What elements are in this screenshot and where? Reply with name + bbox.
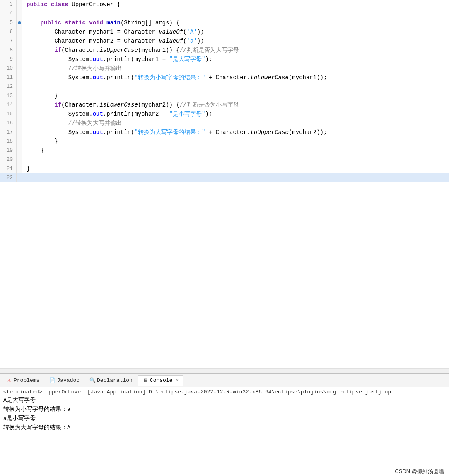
code-text[interactable]: } bbox=[22, 146, 449, 155]
console-output-line: A是大写字母 bbox=[3, 396, 446, 405]
console-footer: CSDN @抓到汤圆噹 bbox=[0, 467, 449, 476]
line-number: 4 bbox=[0, 9, 17, 18]
tab-declaration[interactable]: 🔍 Declaration bbox=[85, 375, 137, 386]
code-line-20: 20 bbox=[0, 155, 449, 164]
code-line-3: 3public class UpperOrLower { bbox=[0, 0, 449, 9]
horizontal-scrollbar[interactable] bbox=[0, 368, 449, 373]
line-number: 17 bbox=[0, 128, 17, 137]
code-line-15: 15 System.out.println(mychar2 + "是小写字母")… bbox=[0, 109, 449, 119]
bottom-panel: ⚠ Problems 📄 Javadoc 🔍 Declaration 🖥 Con… bbox=[0, 373, 449, 476]
javadoc-icon: 📄 bbox=[49, 378, 55, 384]
code-text[interactable]: public static void main(String[] args) { bbox=[22, 18, 449, 27]
line-number: 20 bbox=[0, 155, 17, 164]
console-panel: <terminated> UpperOrLower [Java Applicat… bbox=[0, 387, 449, 467]
code-text[interactable]: if(Character.isUpperCase(mychar1)) {//判断… bbox=[22, 46, 449, 55]
line-dot-area bbox=[17, 82, 22, 91]
line-number: 5 bbox=[0, 18, 17, 27]
line-dot-area bbox=[17, 91, 22, 100]
line-dot-area bbox=[17, 119, 22, 128]
code-text[interactable] bbox=[22, 9, 449, 18]
tab-console[interactable]: 🖥 Console × bbox=[138, 375, 183, 386]
tab-javadoc-label: Javadoc bbox=[57, 377, 80, 384]
line-number: 6 bbox=[0, 27, 17, 36]
code-text[interactable]: //转换为小写并输出 bbox=[22, 64, 449, 73]
code-content: 3public class UpperOrLower {4 5 public s… bbox=[0, 0, 449, 182]
line-number: 11 bbox=[0, 73, 17, 82]
code-line-22: 22 bbox=[0, 173, 449, 182]
tab-problems[interactable]: ⚠ Problems bbox=[2, 375, 44, 386]
code-line-6: 6 Character mychar1 = Character.valueOf(… bbox=[0, 27, 449, 36]
breakpoint-indicator bbox=[18, 21, 21, 24]
code-line-13: 13 } bbox=[0, 91, 449, 100]
code-text[interactable] bbox=[22, 155, 449, 164]
code-line-16: 16 //转换为大写并输出 bbox=[0, 119, 449, 128]
tab-javadoc[interactable]: 📄 Javadoc bbox=[45, 375, 84, 386]
declaration-icon: 🔍 bbox=[89, 378, 95, 384]
code-line-9: 9 System.out.println(mychar1 + "是大写字母"); bbox=[0, 55, 449, 64]
line-dot-area bbox=[17, 137, 22, 146]
code-line-4: 4 bbox=[0, 9, 449, 18]
line-dot-area bbox=[17, 109, 22, 119]
code-text[interactable]: if(Character.isLowerCase(mychar2)) {//判断… bbox=[22, 100, 449, 109]
code-text[interactable]: Character mychar1 = Character.valueOf('A… bbox=[22, 27, 449, 36]
line-number: 21 bbox=[0, 164, 17, 173]
line-dot-area bbox=[17, 0, 22, 9]
line-number: 8 bbox=[0, 46, 17, 55]
tabs-bar: ⚠ Problems 📄 Javadoc 🔍 Declaration 🖥 Con… bbox=[0, 374, 449, 387]
line-dot-area bbox=[17, 164, 22, 173]
console-output-line: 转换为大写字母的结果：A bbox=[3, 423, 446, 432]
code-line-21: 21} bbox=[0, 164, 449, 173]
console-header: <terminated> UpperOrLower [Java Applicat… bbox=[3, 389, 446, 395]
watermark: CSDN @抓到汤圆噹 bbox=[395, 468, 444, 475]
tab-console-label: Console bbox=[150, 377, 173, 384]
code-text[interactable]: System.out.println("转换为小写字母的结果：" + Chara… bbox=[22, 73, 449, 82]
code-text[interactable] bbox=[22, 82, 449, 91]
line-number: 9 bbox=[0, 55, 17, 64]
line-number: 14 bbox=[0, 100, 17, 109]
line-dot-area bbox=[17, 36, 22, 46]
code-text[interactable]: public class UpperOrLower { bbox=[22, 0, 449, 9]
code-line-12: 12 bbox=[0, 82, 449, 91]
tab-problems-label: Problems bbox=[14, 377, 39, 384]
console-icon: 🖥 bbox=[142, 378, 148, 384]
code-text[interactable]: } bbox=[22, 164, 449, 173]
line-dot-area bbox=[17, 155, 22, 164]
code-text[interactable]: System.out.println("转换为大写字母的结果：" + Chara… bbox=[22, 128, 449, 137]
line-number: 3 bbox=[0, 0, 17, 9]
line-dot-area bbox=[17, 18, 22, 27]
code-line-7: 7 Character mychar2 = Character.valueOf(… bbox=[0, 36, 449, 46]
code-line-8: 8 if(Character.isUpperCase(mychar1)) {//… bbox=[0, 46, 449, 55]
line-dot-area bbox=[17, 46, 22, 55]
code-line-10: 10 //转换为小写并输出 bbox=[0, 64, 449, 73]
code-line-18: 18 } bbox=[0, 137, 449, 146]
code-line-5: 5 public static void main(String[] args)… bbox=[0, 18, 449, 27]
line-number: 7 bbox=[0, 36, 17, 46]
console-output: A是大写字母转换为小写字母的结果：aa是小写字母转换为大写字母的结果：A bbox=[3, 396, 446, 432]
code-line-14: 14 if(Character.isLowerCase(mychar2)) {/… bbox=[0, 100, 449, 109]
line-number: 12 bbox=[0, 82, 17, 91]
console-close-button[interactable]: × bbox=[176, 378, 179, 383]
code-text[interactable]: } bbox=[22, 91, 449, 100]
code-line-19: 19 } bbox=[0, 146, 449, 155]
line-number: 15 bbox=[0, 109, 17, 119]
code-text[interactable]: //转换为大写并输出 bbox=[22, 119, 449, 128]
code-text[interactable]: System.out.println(mychar2 + "是小写字母"); bbox=[22, 109, 449, 119]
line-dot-area bbox=[17, 9, 22, 18]
line-number: 10 bbox=[0, 64, 17, 73]
line-dot-area bbox=[17, 64, 22, 73]
line-number: 18 bbox=[0, 137, 17, 146]
line-dot-area bbox=[17, 27, 22, 36]
line-number: 16 bbox=[0, 119, 17, 128]
line-dot-area bbox=[17, 128, 22, 137]
empty-space bbox=[0, 182, 449, 369]
code-text[interactable] bbox=[22, 173, 449, 182]
tab-declaration-label: Declaration bbox=[97, 377, 133, 384]
code-text[interactable]: Character mychar2 = Character.valueOf('a… bbox=[22, 36, 449, 46]
line-number: 22 bbox=[0, 173, 17, 182]
code-text[interactable]: System.out.println(mychar1 + "是大写字母"); bbox=[22, 55, 449, 64]
line-number: 19 bbox=[0, 146, 17, 155]
problems-icon: ⚠ bbox=[6, 378, 12, 384]
line-dot-area bbox=[17, 146, 22, 155]
code-editor[interactable]: 3public class UpperOrLower {4 5 public s… bbox=[0, 0, 449, 373]
code-text[interactable]: } bbox=[22, 137, 449, 146]
